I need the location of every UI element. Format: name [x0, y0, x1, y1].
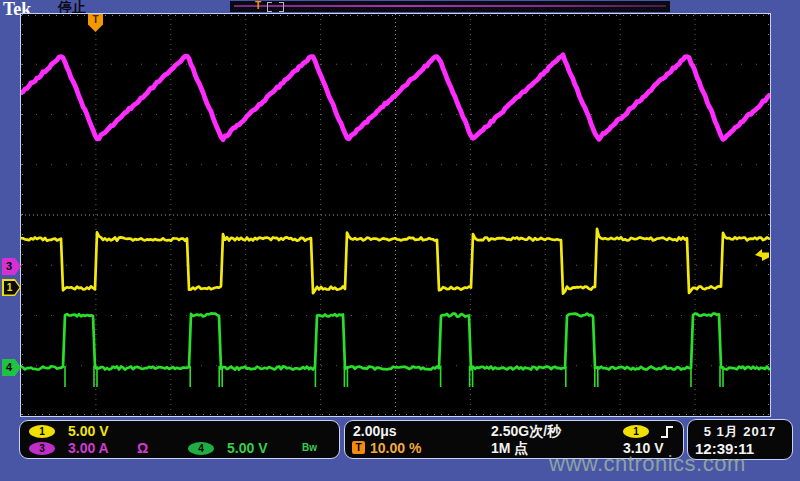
- record-length-readout: 1M 点: [491, 440, 528, 458]
- channel-readout-panel: 1 5.00 V 3 3.00 A Ω 4 5.00 V Bw: [19, 420, 340, 459]
- ch3-scale-readout: 3.00 A: [68, 440, 109, 456]
- bandwidth-limit-indicator: Bw: [302, 442, 317, 453]
- graticule-and-traces: [21, 14, 770, 416]
- channel-1-ground-marker-label: 1: [4, 281, 20, 295]
- top-status-bar: Tek 停止 T: [0, 0, 800, 13]
- ch4-scale-readout: 5.00 V: [227, 440, 267, 456]
- record-window-bracket-right-icon: [279, 2, 284, 12]
- ch1-scale-readout: 5.00 V: [68, 423, 108, 439]
- trigger-source-badge[interactable]: 1: [623, 425, 649, 438]
- record-view-bar: T: [230, 1, 670, 12]
- sample-rate-readout: 2.50G次/秒: [491, 423, 561, 441]
- waveform-display: [20, 13, 771, 417]
- channel-3-ground-marker[interactable]: 3: [2, 258, 21, 275]
- ch1-badge[interactable]: 1: [29, 425, 55, 438]
- timebase-readout: 2.00μs: [353, 423, 397, 439]
- channel-4-ground-marker[interactable]: 4: [2, 359, 21, 376]
- channel-1-ground-marker[interactable]: 1: [2, 279, 21, 296]
- ch3-impedance-readout: Ω: [137, 440, 148, 456]
- ch3-badge[interactable]: 3: [29, 442, 55, 455]
- trigger-position-readout: 10.00 %: [370, 440, 421, 456]
- oscilloscope-screen: Tek 停止 T T 3 1 4 1 5.00 V 3 3.00 A Ω 4 5…: [0, 0, 800, 481]
- date-readout: 5 1月 2017: [688, 423, 792, 441]
- trigger-position-icon: T: [352, 441, 365, 454]
- record-trigger-marker[interactable]: T: [255, 0, 261, 11]
- watermark: www.cntronics.com: [549, 451, 746, 477]
- ch4-badge[interactable]: 4: [188, 442, 214, 455]
- record-view-line: [234, 5, 666, 7]
- record-window-bracket-left-icon: [267, 2, 272, 12]
- rising-edge-icon: [659, 424, 675, 439]
